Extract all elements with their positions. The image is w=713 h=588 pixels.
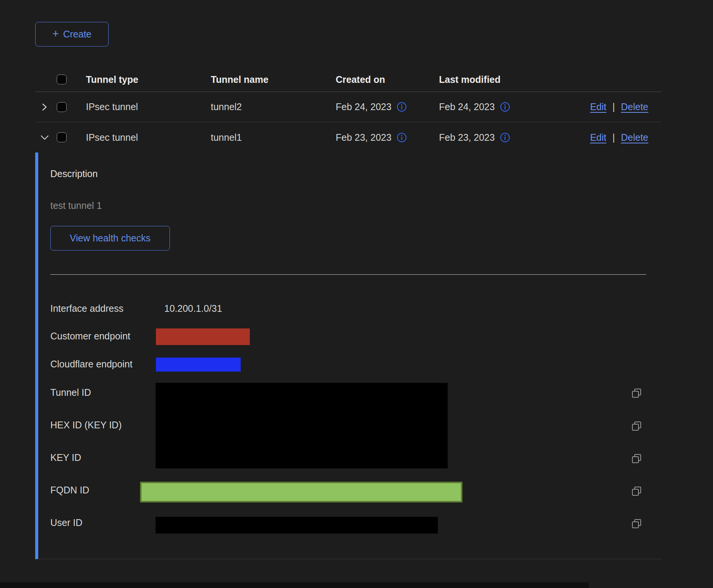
- table-row: IPsec tunnel tunnel2 Feb 24, 2023 Feb 24…: [35, 92, 662, 122]
- hex-id-label: HEX ID (KEY ID): [50, 420, 121, 431]
- tunnel-name-cell: tunnel2: [207, 101, 332, 112]
- column-header-last-modified: Last modified: [435, 74, 539, 85]
- copy-tunnel-id-button[interactable]: [631, 387, 642, 399]
- created-on-cell: Feb 23, 2023: [336, 132, 391, 143]
- tunnel-id-hex-key-redaction: [156, 383, 448, 468]
- last-modified-cell: Feb 24, 2023: [439, 101, 495, 112]
- plus-icon: +: [52, 28, 59, 39]
- fqdn-id-label: FQDN ID: [50, 485, 89, 496]
- copy-key-id-button[interactable]: [631, 453, 642, 464]
- fqdn-id-redaction: [140, 482, 462, 502]
- copy-icon: [631, 420, 642, 432]
- expand-row-button[interactable]: [35, 103, 56, 112]
- tunnel-type-cell: IPsec tunnel: [82, 101, 207, 112]
- column-header-tunnel-type: Tunnel type: [82, 74, 207, 85]
- description-value: test tunnel 1: [50, 200, 102, 211]
- actions-separator: |: [612, 101, 615, 112]
- delete-link[interactable]: Delete: [621, 101, 648, 112]
- info-icon[interactable]: [397, 132, 407, 143]
- tunnel-name-cell: tunnel1: [207, 132, 332, 143]
- collapse-row-button[interactable]: [35, 133, 56, 142]
- tunnels-page: + Create Tunnel type Tunnel name Created…: [0, 0, 713, 588]
- cloudflare-endpoint-label: Cloudflare endpoint: [50, 359, 132, 370]
- copy-icon: [631, 387, 642, 399]
- column-header-tunnel-name: Tunnel name: [207, 74, 332, 85]
- description-label: Description: [50, 168, 98, 179]
- copy-fqdn-id-button[interactable]: [631, 485, 642, 497]
- info-icon[interactable]: [500, 102, 510, 112]
- cloudflare-endpoint-redaction: [156, 358, 241, 372]
- user-id-label: User ID: [50, 517, 83, 528]
- edit-link[interactable]: Edit: [590, 101, 606, 112]
- view-health-checks-button[interactable]: View health checks: [50, 226, 170, 250]
- create-button-label: Create: [63, 29, 92, 40]
- tunnel-detail-panel: Description test tunnel 1 View health ch…: [35, 152, 662, 559]
- info-icon[interactable]: [397, 102, 407, 112]
- tunnel-id-label: Tunnel ID: [50, 387, 91, 398]
- interface-address-label: Interface address: [50, 303, 123, 314]
- edit-link[interactable]: Edit: [590, 132, 606, 143]
- user-id-redaction: [156, 517, 438, 534]
- copy-user-id-button[interactable]: [631, 518, 642, 529]
- row-checkbox[interactable]: [57, 132, 67, 142]
- copy-hex-id-button[interactable]: [631, 420, 642, 432]
- table-row: IPsec tunnel tunnel1 Feb 23, 2023 Feb 23…: [35, 122, 662, 152]
- copy-icon: [631, 485, 642, 497]
- create-button[interactable]: + Create: [35, 22, 109, 47]
- created-on-cell: Feb 24, 2023: [336, 101, 391, 112]
- chevron-right-icon: [40, 103, 49, 112]
- actions-separator: |: [612, 132, 615, 143]
- copy-icon: [631, 518, 642, 529]
- row-checkbox[interactable]: [57, 102, 67, 112]
- customer-endpoint-redaction: [156, 328, 250, 345]
- copy-icon: [631, 453, 642, 464]
- interface-address-value: 10.200.1.0/31: [164, 303, 222, 314]
- tunnels-table: Tunnel type Tunnel name Created on Last …: [35, 67, 662, 152]
- delete-link[interactable]: Delete: [621, 132, 648, 143]
- tunnel-type-cell: IPsec tunnel: [82, 132, 207, 143]
- select-all-checkbox[interactable]: [57, 75, 67, 84]
- section-divider: [50, 274, 646, 275]
- chevron-down-icon: [40, 133, 50, 142]
- column-header-created-on: Created on: [332, 74, 435, 85]
- key-id-label: KEY ID: [50, 452, 81, 463]
- view-health-checks-label: View health checks: [70, 233, 151, 244]
- info-icon[interactable]: [500, 132, 510, 143]
- window-bottom-edge: [0, 582, 589, 588]
- table-header-row: Tunnel type Tunnel name Created on Last …: [35, 67, 662, 92]
- customer-endpoint-label: Customer endpoint: [50, 331, 130, 342]
- last-modified-cell: Feb 23, 2023: [439, 132, 495, 143]
